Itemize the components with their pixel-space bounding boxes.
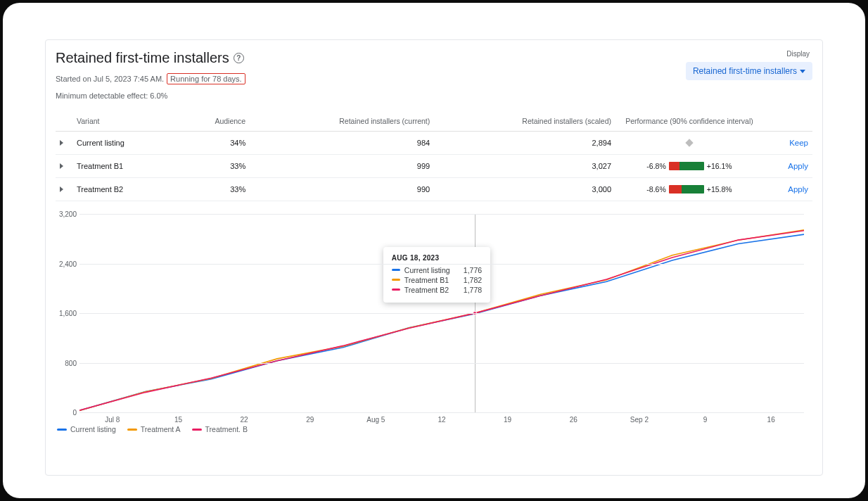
table-row: Treatment B1 33% 999 3,027 -6.8% +16.1% … — [56, 155, 812, 178]
tooltip-series-label: Treatment B1 — [404, 276, 459, 284]
tooltip-series-label: Current listing — [404, 266, 459, 274]
col-performance: Performance (90% confidence interval) — [615, 111, 763, 132]
tooltip-swatch — [392, 288, 400, 291]
tooltip-swatch — [392, 279, 400, 281]
chart-tooltip: AUG 18, 2023 Current listing 1,776 Treat… — [383, 247, 490, 303]
y-axis-label: 2,400 — [56, 260, 77, 267]
action-link[interactable]: Apply — [788, 185, 808, 194]
tooltip-date: AUG 18, 2023 — [392, 254, 482, 262]
perf-low: -8.6% — [646, 185, 665, 194]
variants-table: Variant Audience Retained installers (cu… — [56, 111, 812, 201]
cell-variant: Treatment B2 — [72, 178, 177, 201]
tooltip-series-value: 1,778 — [464, 286, 482, 294]
perf-bar — [669, 185, 704, 194]
x-axis-label: Aug 5 — [366, 416, 385, 424]
x-axis-label: 26 — [570, 416, 577, 424]
experiment-panel: Retained first-time installers ? Started… — [45, 39, 823, 476]
perf-high: +16.1% — [707, 162, 732, 170]
chart: AUG 18, 2023 Current listing 1,776 Treat… — [56, 213, 812, 438]
baseline-marker-icon — [685, 139, 693, 146]
perf-bar — [669, 162, 704, 170]
cell-audience: 34% — [177, 132, 250, 155]
cell-current: 990 — [250, 178, 434, 201]
y-axis-label: 1,600 — [56, 310, 77, 317]
perf-low: -6.8% — [646, 162, 665, 170]
mde-label: Minimum detectable effect: 6.0% — [56, 91, 245, 100]
perf-high: +15.8% — [707, 185, 732, 194]
table-row: Current listing 34% 984 2,894 Keep — [56, 132, 812, 155]
expand-row-icon[interactable] — [60, 140, 63, 146]
x-axis-label: 19 — [504, 416, 511, 424]
help-icon[interactable]: ? — [234, 53, 244, 63]
y-axis-label: 3,200 — [56, 210, 77, 218]
page-title: Retained first-time installers — [56, 50, 229, 66]
x-axis-label: 22 — [241, 416, 248, 424]
cell-current: 984 — [250, 132, 434, 155]
cell-scaled: 3,000 — [434, 178, 615, 201]
tooltip-series-label: Treatment B2 — [404, 286, 459, 294]
x-axis-label: 29 — [306, 416, 314, 424]
x-axis-label: 12 — [438, 416, 445, 424]
col-scaled: Retained installers (scaled) — [434, 111, 615, 132]
cell-current: 999 — [250, 155, 434, 178]
x-axis-label: 9 — [703, 416, 708, 424]
cell-variant: Current listing — [72, 132, 177, 155]
legend-swatch — [192, 429, 202, 431]
legend-swatch — [127, 429, 137, 431]
cell-scaled: 3,027 — [434, 155, 615, 178]
x-axis-label: 16 — [767, 416, 775, 424]
display-dropdown[interactable]: Retained first-time installers — [686, 62, 812, 80]
legend-item[interactable]: Treatment. B — [192, 425, 248, 433]
col-audience: Audience — [177, 111, 250, 132]
chevron-down-icon — [800, 70, 805, 73]
y-axis-label: 0 — [56, 409, 77, 417]
chart-legend: Current listingTreatment ATreatment. B — [57, 425, 248, 433]
start-date-label: Started on Jul 5, 2023 7:45 AM. — [56, 75, 164, 83]
running-duration-label: Running for 78 days. — [167, 73, 245, 84]
cell-variant: Treatment B1 — [72, 155, 177, 178]
legend-label: Treatment. B — [205, 425, 248, 433]
cell-audience: 33% — [177, 178, 250, 201]
cell-scaled: 2,894 — [434, 132, 615, 155]
x-axis-label: 15 — [174, 416, 182, 424]
action-link[interactable]: Apply — [788, 162, 808, 170]
y-axis-label: 800 — [56, 359, 77, 367]
tooltip-series-value: 1,782 — [464, 276, 482, 284]
tooltip-swatch — [392, 269, 400, 271]
x-axis-label: Jul 8 — [105, 416, 120, 424]
legend-item[interactable]: Treatment A — [127, 425, 181, 433]
tooltip-series-value: 1,776 — [464, 266, 482, 274]
legend-label: Current listing — [70, 425, 116, 433]
legend-label: Treatment A — [141, 425, 181, 433]
col-current: Retained installers (current) — [250, 111, 434, 132]
legend-swatch — [57, 429, 67, 431]
legend-item[interactable]: Current listing — [57, 425, 116, 433]
display-label: Display — [686, 50, 812, 58]
display-dropdown-value: Retained first-time installers — [693, 66, 797, 76]
col-variant: Variant — [72, 111, 177, 132]
x-axis-label: Sep 2 — [630, 416, 649, 424]
action-link[interactable]: Keep — [789, 139, 808, 147]
table-row: Treatment B2 33% 990 3,000 -8.6% +15.8% … — [56, 178, 812, 201]
expand-row-icon[interactable] — [60, 163, 63, 169]
expand-row-icon[interactable] — [60, 186, 63, 192]
cell-audience: 33% — [177, 155, 250, 178]
